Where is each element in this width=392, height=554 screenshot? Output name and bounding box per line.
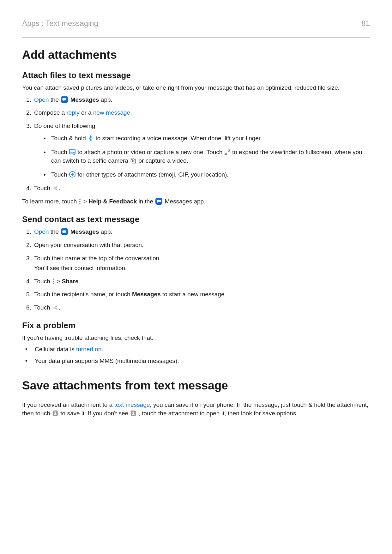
messages-app-icon xyxy=(61,96,68,103)
intro-paragraph: You can attach saved pictures and videos… xyxy=(22,83,370,92)
bullet-photo: Touch to attach a photo or video or capt… xyxy=(44,148,370,165)
text-message-link[interactable]: text message xyxy=(114,401,150,408)
section-heading-fix-problem: Fix a problem xyxy=(22,321,370,330)
svg-point-6 xyxy=(132,160,134,162)
svg-rect-0 xyxy=(90,135,92,139)
svg-point-10 xyxy=(79,199,81,200)
messages-app-icon xyxy=(61,228,68,235)
step-4: Touch . xyxy=(33,184,370,193)
microphone-icon xyxy=(87,135,94,142)
svg-point-14 xyxy=(53,281,54,282)
svg-point-12 xyxy=(79,203,81,204)
fix-intro: If you're having trouble attaching files… xyxy=(22,334,370,342)
more-vert-icon xyxy=(78,198,81,205)
sc-step-2: Open your conversation with that person. xyxy=(33,241,370,250)
messages-app-icon xyxy=(155,198,162,205)
bullet-plus: Touch for other types of attachments (em… xyxy=(44,170,370,179)
svg-point-13 xyxy=(53,279,54,280)
page-title-save-attachments: Save attachments from text message xyxy=(22,379,370,392)
svg-point-5 xyxy=(74,153,75,154)
step-1: Open the Messages app. xyxy=(33,95,370,104)
sc-step-6: Touch . xyxy=(33,303,370,312)
step-2: Compose a reply or a new message. xyxy=(33,108,370,117)
section-heading-attach-files: Attach files to text message xyxy=(22,70,370,80)
fix-bullet-1: Cellular data is turned on. xyxy=(25,345,370,354)
page-title-add-attachments: Add attachments xyxy=(22,48,370,62)
more-vert-icon xyxy=(52,278,55,285)
selfie-camera-icon xyxy=(130,158,137,164)
page-number: 81 xyxy=(361,19,370,28)
header-divider xyxy=(22,37,370,38)
fix-bullet-2: Your data plan supports MMS (multimedia … xyxy=(25,357,370,365)
svg-point-11 xyxy=(79,201,81,202)
learn-more: To learn more, touch > Help & Feedback i… xyxy=(22,197,370,206)
turned-on-link[interactable]: turned on xyxy=(76,346,101,352)
plus-circle-icon xyxy=(69,171,76,178)
sc-step-5: Touch the recipient's name, or touch Mes… xyxy=(33,290,370,299)
sc-step-1: Open the Messages app. xyxy=(33,227,370,236)
breadcrumb: Apps : Text messaging xyxy=(22,19,98,28)
save-icon xyxy=(130,410,137,417)
gallery-icon xyxy=(69,148,76,155)
bullet-voice: Touch & hold to start recording a voice … xyxy=(44,134,370,143)
reply-link[interactable]: reply xyxy=(66,109,79,116)
sc-step-3: Touch their name at the top of the conve… xyxy=(33,254,370,273)
sc-step-4: Touch > Share. xyxy=(33,277,370,286)
send-icon xyxy=(52,304,59,311)
expand-icon xyxy=(224,149,231,155)
send-icon xyxy=(52,185,59,191)
new-message-link[interactable]: new message xyxy=(93,109,130,116)
section-divider xyxy=(22,373,370,373)
step-3: Do one of the following: Touch & hold to… xyxy=(33,122,370,179)
section-heading-send-contact: Send contact as text message xyxy=(22,214,370,224)
save-paragraph: If you received an attachment to a text … xyxy=(22,400,370,418)
open-link[interactable]: Open xyxy=(34,96,49,103)
svg-point-15 xyxy=(53,283,54,284)
open-link[interactable]: Open xyxy=(34,228,49,235)
save-icon xyxy=(52,410,59,417)
